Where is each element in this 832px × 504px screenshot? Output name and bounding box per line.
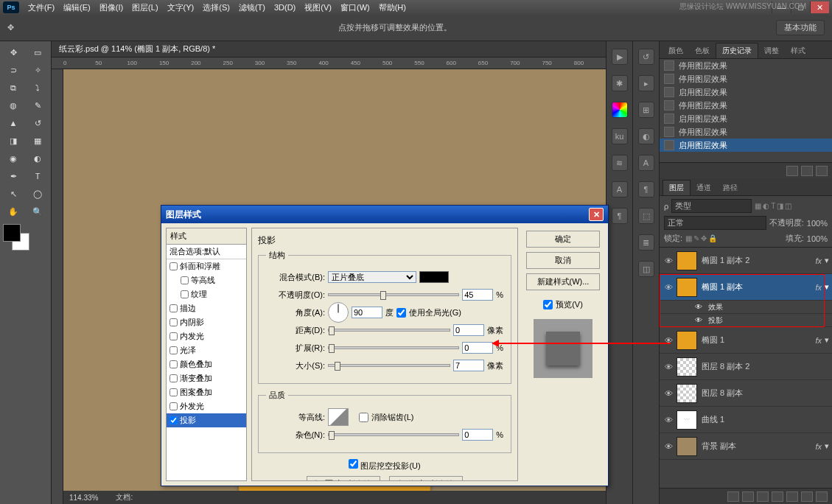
panel-tab[interactable]: 路径 — [717, 181, 744, 195]
visibility-icon[interactable]: 👁 — [663, 256, 674, 265]
history-item[interactable]: 启用图层效果 — [660, 112, 832, 125]
panel-tab[interactable]: 样式 — [785, 43, 811, 58]
distance-slider[interactable] — [328, 329, 450, 332]
link-icon[interactable] — [727, 491, 739, 502]
history-item[interactable]: 停用图层效果 — [660, 125, 832, 139]
adjustments-icon[interactable]: ◐ — [638, 128, 654, 144]
style-checkbox-row[interactable]: 内阴影 — [167, 315, 246, 329]
history-brush-icon[interactable]: ↺ — [27, 115, 48, 131]
layer-item[interactable]: 👁背景 副本fx▾ — [660, 433, 832, 460]
dialog-close-button[interactable]: ✕ — [589, 208, 604, 221]
style-checkbox-row[interactable]: 外发光 — [167, 399, 246, 413]
new-snapshot-icon[interactable] — [801, 166, 813, 176]
fg-color-swatch[interactable] — [3, 224, 21, 242]
history-list[interactable]: 停用图层效果停用图层效果启用图层效果停用图层效果启用图层效果停用图层效果启用图层… — [660, 59, 832, 162]
blur-tool-icon[interactable]: ◉ — [3, 150, 24, 167]
trash-icon[interactable] — [816, 491, 828, 502]
zoom-level[interactable]: 114.33% — [69, 494, 98, 502]
style-checkbox-row[interactable]: 图案叠加 — [167, 385, 246, 399]
document-tab[interactable]: 纸云彩.psd @ 114% (椭圆 1 副本, RGB/8) * — [52, 41, 606, 57]
eraser-tool-icon[interactable]: ◨ — [3, 133, 24, 149]
shape-tool-icon[interactable]: ◯ — [27, 186, 48, 202]
style-checkbox-row[interactable]: 颜色叠加 — [167, 357, 246, 371]
size-input[interactable] — [453, 360, 484, 371]
wand-tool-icon[interactable]: ✧ — [27, 62, 48, 78]
menu-item[interactable]: 窗口(W) — [336, 3, 374, 12]
panel-tab[interactable]: 历史记录 — [716, 43, 758, 58]
panel-tab[interactable]: 调整 — [758, 43, 785, 58]
actions-icon[interactable]: ▸ — [638, 75, 654, 91]
preview-checkbox[interactable] — [543, 300, 553, 309]
menu-item[interactable]: 文件(F) — [24, 3, 59, 12]
cancel-button[interactable]: 取消 — [526, 252, 600, 269]
style-checkbox-row[interactable]: 内发光 — [167, 329, 246, 343]
compass-icon[interactable]: ✱ — [612, 75, 628, 91]
layer-item[interactable]: 👁图层 8 副本 — [660, 380, 832, 407]
ok-button[interactable]: 确定 — [526, 231, 600, 248]
opacity-slider[interactable] — [328, 293, 459, 296]
blending-options-row[interactable]: 混合选项:默认 — [167, 245, 246, 259]
trash-icon[interactable] — [816, 166, 828, 176]
panel-tab[interactable]: 图层 — [663, 180, 691, 195]
layer-effect-item[interactable]: 👁投影 — [660, 314, 832, 327]
menu-item[interactable]: 选择(S) — [198, 3, 234, 12]
dodge-tool-icon[interactable]: ◐ — [27, 150, 48, 167]
kuler-icon[interactable]: ku — [612, 128, 628, 144]
menu-item[interactable]: 图像(I) — [95, 3, 127, 12]
history-item[interactable]: 启用图层效果 — [660, 85, 832, 99]
styles-list[interactable]: 样式 混合选项:默认 斜面和浮雕 等高线 纹理 描边 内阴影 内发光 光泽 颜色… — [166, 228, 247, 481]
brush-tool-icon[interactable]: ✎ — [27, 97, 48, 113]
visibility-icon[interactable]: 👁 — [663, 442, 674, 451]
visibility-icon[interactable]: 👁 — [663, 283, 674, 292]
global-light-checkbox[interactable] — [396, 308, 406, 318]
noise-input[interactable] — [462, 429, 493, 441]
3d-icon[interactable]: ⬚ — [638, 208, 654, 224]
snapshot-icon[interactable] — [786, 166, 798, 176]
blendmode-select[interactable]: 正片叠底 — [328, 271, 416, 283]
size-slider[interactable] — [328, 364, 450, 367]
workspace-switcher[interactable]: 基本功能 — [776, 20, 825, 35]
layer-item[interactable]: 👁椭圆 1 副本 2fx▾ — [660, 248, 832, 274]
char-icon[interactable]: A — [612, 181, 628, 197]
layer-effect-item[interactable]: 👁效果 — [660, 301, 832, 314]
angle-dial[interactable] — [328, 302, 349, 323]
style-checkbox-row[interactable]: 纹理 — [167, 287, 246, 301]
type-tool-icon[interactable]: T — [27, 168, 48, 184]
blend-mode-select[interactable]: 正常 — [664, 216, 766, 230]
layer-item[interactable]: 👁〰曲线 1 — [660, 407, 832, 433]
layer-item[interactable]: 👁图层 8 副本 2 — [660, 354, 832, 380]
pen-tool-icon[interactable]: ✒ — [3, 168, 24, 184]
play-icon[interactable]: ▶ — [612, 49, 628, 65]
style-checkbox-row[interactable]: 描边 — [167, 301, 246, 315]
layers-icon[interactable]: ≣ — [638, 234, 654, 251]
visibility-icon[interactable]: 👁 — [663, 363, 674, 371]
group-icon[interactable] — [786, 491, 798, 502]
menu-item[interactable]: 图层(L) — [127, 3, 162, 12]
properties-icon[interactable]: ⊞ — [638, 102, 654, 118]
panel-tab[interactable]: 通道 — [691, 181, 717, 195]
fx-icon[interactable] — [742, 491, 754, 502]
eyedropper-tool-icon[interactable]: ⤵ — [27, 80, 48, 96]
para-icon[interactable]: ¶ — [612, 208, 628, 224]
spread-slider[interactable] — [328, 346, 459, 349]
set-default-button[interactable]: 设置为默认值 — [307, 476, 380, 481]
style-checkbox-row[interactable]: 投影 — [167, 413, 246, 427]
menu-item[interactable]: 帮助(H) — [374, 3, 410, 12]
channels-icon[interactable]: ◫ — [638, 261, 654, 277]
move-tool-icon[interactable]: ✥ — [7, 23, 14, 32]
antialias-checkbox[interactable] — [359, 413, 368, 422]
history-item[interactable]: 停用图层效果 — [660, 59, 832, 72]
gradient-tool-icon[interactable]: ▦ — [27, 133, 48, 149]
history-item[interactable]: 停用图层效果 — [660, 99, 832, 112]
close-button[interactable]: ✕ — [810, 1, 829, 13]
style-checkbox-row[interactable]: 等高线 — [167, 273, 246, 287]
panel-tab[interactable]: 颜色 — [663, 43, 689, 58]
style-checkbox-row[interactable]: 光泽 — [167, 343, 246, 357]
paragraph-icon[interactable]: ¶ — [638, 181, 654, 197]
angle-input[interactable] — [352, 307, 382, 318]
character-icon[interactable]: A — [638, 155, 654, 171]
visibility-icon[interactable]: 👁 — [663, 389, 674, 398]
stamp-tool-icon[interactable]: ▲ — [3, 115, 24, 131]
crop-tool-icon[interactable]: ⧉ — [3, 80, 24, 96]
brushes-icon[interactable]: ≋ — [612, 155, 628, 171]
